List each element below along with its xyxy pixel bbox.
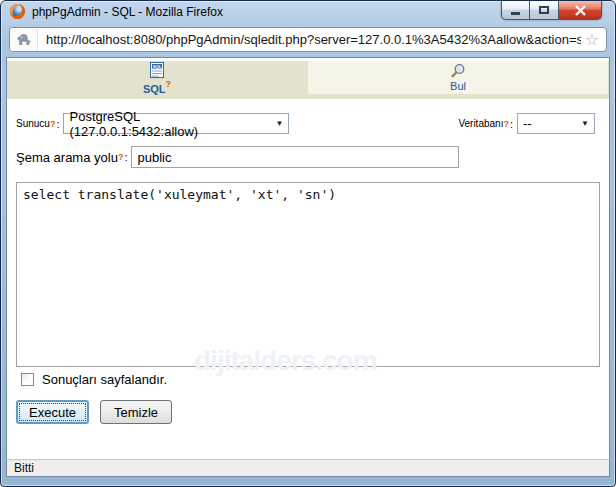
schema-row: Şema arama yolu?: bbox=[16, 146, 600, 168]
paginate-checkbox[interactable] bbox=[21, 373, 34, 386]
clear-button[interactable]: Temizle bbox=[100, 400, 172, 424]
close-button[interactable] bbox=[559, 1, 602, 20]
tab-sql[interactable]: SQL SQL? bbox=[7, 61, 307, 99]
page-content: SQL SQL? Bul Sunucu?: Po bbox=[6, 57, 610, 459]
maximize-button[interactable] bbox=[530, 1, 559, 20]
site-favicon-box bbox=[10, 28, 38, 51]
sql-editor-area: select translate('xuleymat', 'xt', 'sn')… bbox=[16, 182, 600, 367]
window-title: phpPgAdmin - SQL - Mozilla Firefox bbox=[32, 5, 223, 19]
magnifier-icon bbox=[450, 63, 466, 79]
postgresql-elephant-icon bbox=[16, 33, 31, 46]
paginate-label: Sonuçları sayfalandır. bbox=[42, 372, 167, 387]
sql-help-link[interactable]: ? bbox=[166, 79, 172, 89]
execute-button[interactable]: Execute bbox=[16, 400, 89, 424]
navigation-toolbar: http://localhost:8080/phpPgAdmin/sqledit… bbox=[1, 22, 615, 57]
schema-input[interactable] bbox=[131, 146, 459, 168]
sql-document-icon: SQL bbox=[149, 62, 165, 78]
bookmark-star-icon[interactable]: ☆ bbox=[585, 32, 599, 48]
url-bar[interactable]: http://localhost:8080/phpPgAdmin/sqledit… bbox=[9, 27, 607, 52]
server-help-link[interactable]: ? bbox=[50, 119, 56, 129]
server-row: Sunucu?: PostgreSQL (127.0.0.1:5432:allo… bbox=[16, 113, 600, 134]
database-label: Veritabanı bbox=[458, 118, 503, 129]
status-bar: Bitti bbox=[6, 459, 610, 477]
database-group: Veritabanı?: -- ▼ bbox=[458, 113, 595, 134]
chevron-down-icon: ▼ bbox=[581, 119, 589, 128]
minimize-button[interactable] bbox=[501, 1, 530, 20]
database-colon: : bbox=[510, 118, 513, 130]
url-text[interactable]: http://localhost:8080/phpPgAdmin/sqledit… bbox=[46, 32, 581, 47]
window-controls bbox=[501, 1, 602, 20]
status-text: Bitti bbox=[14, 461, 34, 475]
server-select[interactable]: PostgreSQL (127.0.0.1:5432:allow) ▼ bbox=[63, 113, 289, 134]
browser-window: phpPgAdmin - SQL - Mozilla Firefox http:… bbox=[0, 0, 616, 487]
maximize-icon bbox=[539, 6, 549, 14]
tab-bul[interactable]: Bul bbox=[308, 61, 608, 94]
server-colon: : bbox=[56, 118, 59, 130]
tab-bar: SQL SQL? Bul bbox=[7, 61, 609, 99]
server-select-value: PostgreSQL (127.0.0.1:5432:allow) bbox=[69, 109, 267, 139]
database-select[interactable]: -- ▼ bbox=[517, 113, 595, 134]
database-select-value: -- bbox=[523, 116, 532, 131]
firefox-icon bbox=[10, 4, 25, 19]
chevron-down-icon: ▼ bbox=[276, 119, 284, 128]
paginate-row: Sonuçları sayfalandır. bbox=[21, 372, 600, 387]
tab-sql-label: SQL bbox=[143, 84, 166, 96]
button-row: Execute Temizle bbox=[16, 400, 600, 424]
svg-text:SQL: SQL bbox=[153, 64, 162, 69]
server-label: Sunucu bbox=[16, 118, 50, 129]
close-icon bbox=[574, 5, 587, 16]
database-help-link[interactable]: ? bbox=[503, 119, 509, 129]
schema-help-link[interactable]: ? bbox=[118, 152, 124, 162]
minimize-icon bbox=[511, 12, 520, 15]
schema-label: Şema arama yolu bbox=[16, 150, 118, 165]
schema-colon: : bbox=[124, 151, 127, 163]
tab-bul-label: Bul bbox=[450, 80, 466, 92]
sql-textarea[interactable]: select translate('xuleymat', 'xt', 'sn') bbox=[16, 182, 600, 367]
